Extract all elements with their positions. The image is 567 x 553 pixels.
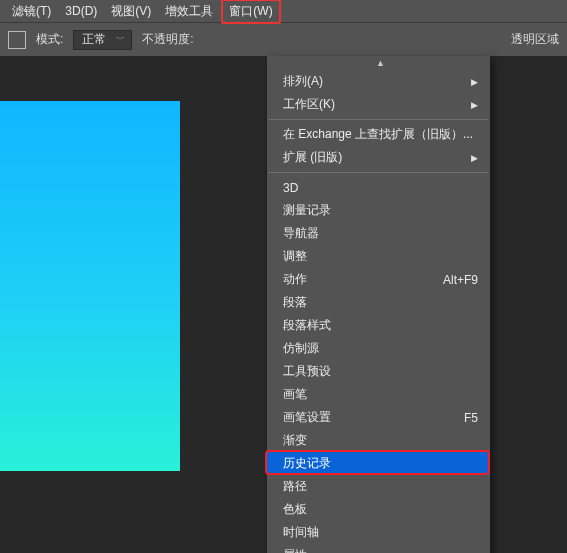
menu-item-label: 排列(A) [283,73,471,90]
menu-item[interactable]: 画笔 [267,383,490,406]
menu-item[interactable]: 时间轴 [267,521,490,544]
menu-item-label: 扩展 (旧版) [283,149,471,166]
menu-item-label: 路径 [283,478,478,495]
menu-separator [269,172,488,173]
submenu-arrow-icon: ▶ [471,100,478,110]
menu-item[interactable]: 在 Exchange 上查找扩展（旧版）... [267,123,490,146]
menu-item-label: 调整 [283,248,478,265]
blend-mode-value: 正常 [82,31,106,48]
recent-bar[interactable]: ▲ [267,56,490,70]
menu-window[interactable]: 窗口(W) [221,0,280,24]
blend-mode-select[interactable]: 正常 ﹀ [73,30,132,50]
menu-item[interactable]: 历史记录 [267,452,490,475]
menu-item-label: 动作 [283,271,443,288]
menu-item-label: 测量记录 [283,202,478,219]
workspace: ▲ 排列(A)▶工作区(K)▶在 Exchange 上查找扩展（旧版）...扩展… [0,56,567,553]
menu-item-label: 3D [283,181,478,195]
menu-item[interactable]: 调整 [267,245,490,268]
menu-item-label: 画笔 [283,386,478,403]
options-bar: 模式: 正常 ﹀ 不透明度: 透明区域 [0,22,567,56]
menu-item-label: 历史记录 [283,455,478,472]
menu-item[interactable]: 段落 [267,291,490,314]
menu-separator [269,119,488,120]
document-canvas[interactable] [0,101,180,471]
menu-item-label: 属性 [283,547,478,553]
menu-item-label: 渐变 [283,432,478,449]
transparent-area-label: 透明区域 [511,31,559,48]
menu-filter[interactable]: 滤镜(T) [6,1,57,22]
menu-item-label: 仿制源 [283,340,478,357]
menu-item[interactable]: 动作Alt+F9 [267,268,490,291]
menu-item[interactable]: 仿制源 [267,337,490,360]
menu-item[interactable]: 画笔设置F5 [267,406,490,429]
submenu-arrow-icon: ▶ [471,153,478,163]
chevron-down-icon: ﹀ [116,33,125,46]
menu-item[interactable]: 工作区(K)▶ [267,93,490,116]
menu-3d[interactable]: 3D(D) [59,2,103,20]
submenu-arrow-icon: ▶ [471,77,478,87]
menu-item[interactable]: 扩展 (旧版)▶ [267,146,490,169]
menu-item[interactable]: 色板 [267,498,490,521]
menu-item[interactable]: 渐变 [267,429,490,452]
menu-item[interactable]: 属性 [267,544,490,553]
menu-item-shortcut: F5 [464,411,478,425]
menu-item[interactable]: 排列(A)▶ [267,70,490,93]
menu-item[interactable]: 导航器 [267,222,490,245]
menu-item-label: 在 Exchange 上查找扩展（旧版）... [283,126,478,143]
menu-item-shortcut: Alt+F9 [443,273,478,287]
menu-item-label: 工作区(K) [283,96,471,113]
menu-item-label: 段落样式 [283,317,478,334]
menu-item-label: 工具预设 [283,363,478,380]
menu-item-label: 时间轴 [283,524,478,541]
menu-plugins[interactable]: 增效工具 [159,1,219,22]
menu-item[interactable]: 路径 [267,475,490,498]
menu-item[interactable]: 3D [267,176,490,199]
menu-view[interactable]: 视图(V) [105,1,157,22]
mode-label: 模式: [36,31,63,48]
menu-item-label: 导航器 [283,225,478,242]
window-dropdown-menu: ▲ 排列(A)▶工作区(K)▶在 Exchange 上查找扩展（旧版）...扩展… [267,56,490,553]
triangle-up-icon: ▲ [376,58,385,68]
menu-item-label: 段落 [283,294,478,311]
menubar: 滤镜(T) 3D(D) 视图(V) 增效工具 窗口(W) [0,0,567,22]
menu-item[interactable]: 段落样式 [267,314,490,337]
menu-item-label: 画笔设置 [283,409,464,426]
menu-item-label: 色板 [283,501,478,518]
menu-item[interactable]: 工具预设 [267,360,490,383]
tool-preset-icon[interactable] [8,31,26,49]
menu-item[interactable]: 测量记录 [267,199,490,222]
opacity-label: 不透明度: [142,31,193,48]
